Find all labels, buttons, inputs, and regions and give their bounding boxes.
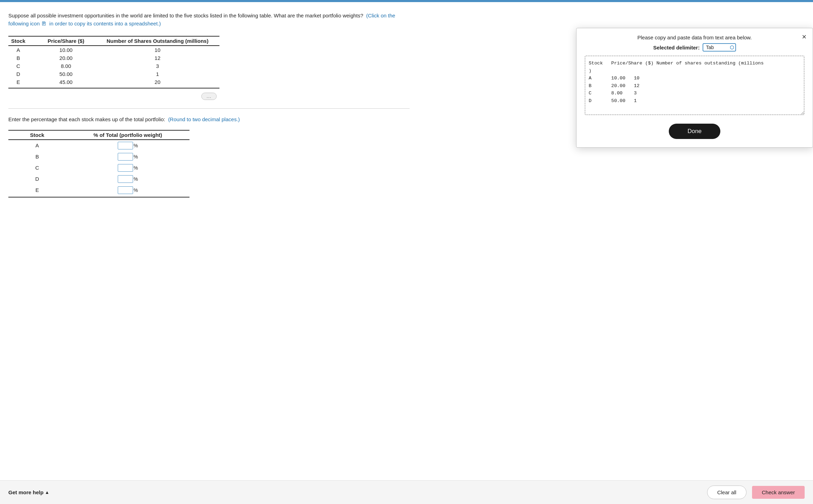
stock-a: A — [8, 46, 37, 54]
spreadsheet-textarea[interactable]: Stock Price/Share ($) Number of shares o… — [585, 56, 804, 115]
table-row: C 8.00 3 — [8, 62, 219, 70]
port-input-group-c: % — [118, 164, 138, 172]
port-input-group-a: % — [118, 142, 138, 149]
stock-b: B — [8, 54, 37, 62]
expand-button-row: ... — [8, 93, 410, 100]
spreadsheet-modal: × Please copy and paste data from text a… — [576, 28, 813, 148]
price-a: 10.00 — [37, 46, 95, 54]
get-more-help-button[interactable]: Get more help ▲ — [8, 489, 49, 495]
port-weight-c-cell: % — [66, 162, 189, 173]
table-row: E 45.00 20 — [8, 78, 219, 88]
port-input-e[interactable] — [118, 186, 133, 194]
intro-paragraph: Suppose all possible investment opportun… — [8, 12, 410, 28]
portfolio-row: E % — [8, 185, 189, 197]
delimiter-row: Selected delimiter: Tab Comma Semicolon — [585, 43, 804, 52]
port-input-group-e: % — [118, 186, 138, 194]
price-c: 8.00 — [37, 62, 95, 70]
port-input-group-d: % — [118, 175, 138, 183]
price-e: 45.00 — [37, 78, 95, 88]
port-stock-e: E — [8, 185, 66, 197]
price-d: 50.00 — [37, 70, 95, 78]
delimiter-select[interactable]: Tab Comma Semicolon — [703, 43, 736, 52]
col-shares: Number of Shares Outstanding (millions) — [95, 36, 220, 46]
pct-a: % — [134, 143, 138, 148]
round-note: (Round to two decimal places.) — [168, 116, 240, 122]
portfolio-row: C % — [8, 162, 189, 173]
clear-all-button[interactable]: Clear all — [707, 486, 746, 499]
pct-b: % — [134, 154, 138, 160]
shares-a: 10 — [95, 46, 220, 54]
stock-c: C — [8, 62, 37, 70]
port-col-stock: Stock — [8, 130, 66, 140]
bottom-right-buttons: Clear all Check answer — [707, 486, 805, 499]
modal-close-button[interactable]: × — [802, 33, 806, 41]
table-row: D 50.00 1 — [8, 70, 219, 78]
bottom-bar: Get more help ▲ Clear all Check answer — [0, 480, 813, 504]
chevron-up-icon: ▲ — [45, 490, 49, 495]
delimiter-label: Selected delimiter: — [653, 45, 699, 51]
pct-e: % — [134, 187, 138, 193]
done-button[interactable]: Done — [669, 124, 721, 139]
stock-e: E — [8, 78, 37, 88]
delimiter-select-wrapper: Tab Comma Semicolon — [703, 43, 736, 52]
port-stock-c: C — [8, 162, 66, 173]
port-weight-a-cell: % — [66, 140, 189, 151]
col-price: Price/Share ($) — [37, 36, 95, 46]
intro-link-suffix: in order to copy its contents into a spr… — [49, 21, 161, 26]
modal-instruction: Please copy and paste data from text are… — [585, 34, 804, 40]
shares-e: 20 — [95, 78, 220, 88]
shares-d: 1 — [95, 70, 220, 78]
port-stock-d: D — [8, 173, 66, 185]
portfolio-table: Stock % of Total (portfolio weight) A % … — [8, 130, 189, 197]
table-row: B 20.00 12 — [8, 54, 219, 62]
port-input-d[interactable] — [118, 175, 133, 183]
expand-button[interactable]: ... — [201, 93, 217, 100]
pct-d: % — [134, 176, 138, 182]
portfolio-row: B % — [8, 151, 189, 162]
port-weight-d-cell: % — [66, 173, 189, 185]
port-weight-b-cell: % — [66, 151, 189, 162]
stock-d: D — [8, 70, 37, 78]
check-answer-button[interactable]: Check answer — [752, 486, 805, 499]
pct-c: % — [134, 165, 138, 171]
port-input-c[interactable] — [118, 164, 133, 172]
shares-b: 12 — [95, 54, 220, 62]
main-content: Suppose all possible investment opportun… — [0, 2, 418, 225]
get-more-help-label: Get more help — [8, 489, 44, 495]
second-question-text: Enter the percentage that each stock mak… — [8, 116, 410, 124]
done-button-row: Done — [585, 124, 804, 139]
port-col-weight: % of Total (portfolio weight) — [66, 130, 189, 140]
port-stock-a: A — [8, 140, 66, 151]
stock-data-table: Stock Price/Share ($) Number of Shares O… — [8, 36, 219, 88]
intro-text: Suppose all possible investment opportun… — [8, 13, 363, 18]
portfolio-row: D % — [8, 173, 189, 185]
port-input-a[interactable] — [118, 142, 133, 149]
price-b: 20.00 — [37, 54, 95, 62]
port-input-group-b: % — [118, 153, 138, 161]
section-divider — [8, 108, 410, 109]
col-stock: Stock — [8, 36, 37, 46]
port-stock-b: B — [8, 151, 66, 162]
port-input-b[interactable] — [118, 153, 133, 161]
shares-c: 3 — [95, 62, 220, 70]
port-weight-e-cell: % — [66, 185, 189, 197]
portfolio-row: A % — [8, 140, 189, 151]
table-row: A 10.00 10 — [8, 46, 219, 54]
